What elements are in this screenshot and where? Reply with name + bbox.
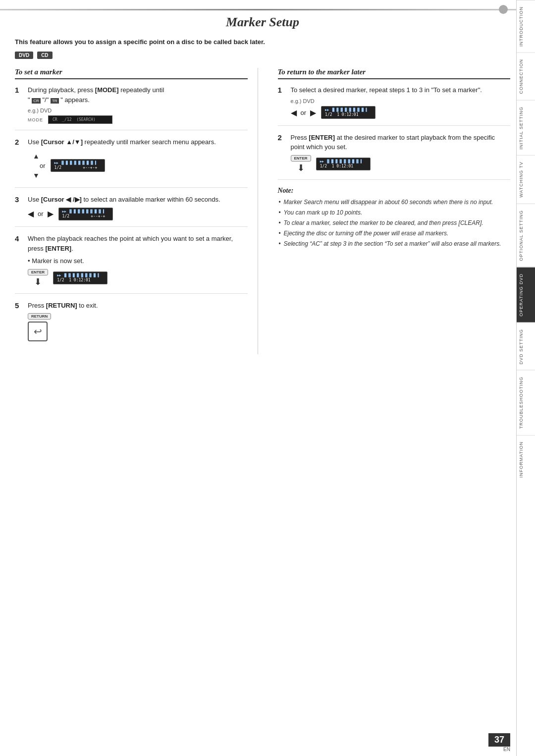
step-3-display-wrap: ◀ or ▶ ▶▶ ▐▌▐▌▐▌▐▌▐▌▐▌▐▌▐▌▐ 1/2 +--+-+ (28, 207, 248, 220)
step-2-number: 2 (15, 138, 24, 146)
step-4-text: When the playback reaches the point at w… (28, 234, 248, 253)
sidebar-tab-optional-setting[interactable]: OPTIONAL SETTING (517, 204, 535, 267)
step-4-content: When the playback reaches the point at w… (28, 234, 248, 287)
left-arrow-icon: ◀ (28, 209, 34, 218)
step-2-arrow-group: ▲ or ▼ (33, 152, 46, 179)
step-1-number: 1 (15, 86, 24, 94)
sidebar-tab-information[interactable]: INFORMATION (517, 435, 535, 484)
enter-arrow-icon: ⬇ (34, 276, 42, 287)
right-column: To return to the marker later 1 To selec… (273, 68, 511, 354)
right-enter-key-label: ENTER (291, 155, 311, 162)
right-step-1: 1 To select a desired marker, repeat ste… (278, 85, 511, 126)
cd-badge: CD (37, 52, 52, 59)
down-arrow-icon: ▼ (33, 171, 40, 179)
page-number-wrap: 37 EN (488, 733, 510, 752)
right-right-arrow-icon: ▶ (310, 108, 316, 117)
return-icon: ↩ (28, 322, 48, 341)
step-4-display: ▶▶ ▐▌▐▌▐▌▐▌▐▌▐▌▐▌▐▌▐ 1/2 1 0:12:01 (53, 271, 107, 284)
step-2-content: Use [Cursor ▲/▼] repeatedly until marker… (28, 137, 248, 181)
step-1-text: During playback, press [MODE] repeatedly… (28, 85, 248, 105)
step-1-content: During playback, press [MODE] repeatedly… (28, 85, 248, 124)
step-1: 1 During playback, press [MODE] repeated… (15, 85, 248, 130)
right-step-1-or: or (301, 109, 307, 116)
right-step-1-display-wrap: ◀ or ▶ ▶▶ ▐▌▐▌▐▌▐▌▐▌▐▌▐▌▐▌▐ 1/2 1 0:12:0… (291, 106, 511, 119)
step-3-display: ▶▶ ▐▌▐▌▐▌▐▌▐▌▐▌▐▌▐▌▐ 1/2 +--+-+ (58, 208, 113, 220)
right-step-2-display-wrap: ENTER ⬇ ▶▶ ▐▌▐▌▐▌▐▌▐▌▐▌▐▌▐▌▐ 1/2 1 0:12:… (291, 155, 511, 173)
right-section-title: To return to the marker later (278, 68, 511, 79)
format-badges: DVD CD (15, 52, 510, 59)
step-4-bullet: • Marker is now set. (28, 256, 248, 266)
step-1-display: CR _/12 (SEARCH) (48, 115, 112, 124)
right-step-2-content: Press [ENTER] at the desired marker to s… (291, 133, 511, 173)
step-5-text: Press [RETURN] to exit. (28, 301, 248, 311)
step-5-return-wrap: RETURN ↩ (28, 313, 248, 341)
left-section-title: To set a marker (15, 68, 248, 79)
note-list: Marker Search menu will disappear in abo… (278, 198, 511, 248)
step-5-number: 5 (15, 301, 24, 310)
step-2-display-wrap: ▲ or ▼ ▶▶ ▐▌▐▌▐▌▐▌▐▌▐▌▐▌▐▌▐ 1/2 +--+-+ (28, 150, 248, 181)
right-step-1-text: To select a desired marker, repeat steps… (291, 85, 511, 95)
enter-key-label: ENTER (28, 269, 48, 275)
sidebar-tab-watching-tv[interactable]: WATCHING TV (517, 155, 535, 204)
note-box: Note: Marker Search menu will disappear … (278, 187, 511, 248)
sidebar-tab-connection[interactable]: CONNECTION (517, 53, 535, 100)
page-title: Marker Setup (15, 15, 510, 30)
note-item-4: Selecting “AC” at step 3 in the section … (278, 239, 511, 248)
page-number: 37 (488, 733, 510, 747)
dvd-badge: DVD (15, 52, 33, 59)
right-left-arrow-icon: ◀ (291, 108, 297, 117)
return-key-label: RETURN (28, 313, 51, 320)
right-step-1-number: 1 (278, 86, 287, 94)
step-3-or: or (38, 210, 44, 217)
right-step-2: 2 Press [ENTER] at the desired marker to… (278, 133, 511, 180)
right-step-2-number: 2 (278, 133, 287, 142)
sidebar: INTRODUCTION CONNECTION INITIAL SETTING … (516, 0, 535, 756)
columns: To set a marker 1 During playback, press… (15, 68, 510, 354)
step-4-display-wrap: ENTER ⬇ ▶▶ ▐▌▐▌▐▌▐▌▐▌▐▌▐▌▐▌▐ 1/2 1 0:12:… (28, 269, 248, 287)
step-5: 5 Press [RETURN] to exit. RETURN ↩ (15, 301, 248, 348)
right-step-2-text: Press [ENTER] at the desired marker to s… (291, 133, 511, 152)
step-3-text: Use [Cursor ◀ /▶] to select an available… (28, 195, 248, 205)
right-step-2-display: ▶▶ ▐▌▐▌▐▌▐▌▐▌▐▌▐▌▐▌▐ 1/2 1 0:12:01 (316, 158, 371, 170)
right-step-1-lr-arrows: ◀ or ▶ (291, 108, 317, 117)
step-2-or: or (40, 162, 46, 169)
main-content: Marker Setup This feature allows you to … (15, 15, 510, 741)
note-item-0: Marker Search menu will disappear in abo… (278, 198, 511, 207)
step-4-enter-btn: ENTER ⬇ (28, 269, 48, 287)
sidebar-tab-troubleshooting[interactable]: TROUBLESHOOTING (517, 370, 535, 435)
note-item-2: To clear a marker, select the marker to … (278, 218, 511, 227)
step-4-number: 4 (15, 234, 24, 243)
step-3: 3 Use [Cursor ◀ /▶] to select an availab… (15, 195, 248, 227)
note-item-3: Ejecting the disc or turning off the pow… (278, 229, 511, 238)
step-2-display: ▶▶ ▐▌▐▌▐▌▐▌▐▌▐▌▐▌▐▌▐ 1/2 +--+-+ (51, 159, 105, 172)
top-circle-decoration (499, 5, 508, 14)
step-5-content: Press [RETURN] to exit. RETURN ↩ (28, 301, 248, 342)
right-step-1-eg-label: e.g.) DVD (291, 98, 511, 104)
top-decorative-line (0, 9, 516, 10)
right-enter-arrow-icon: ⬇ (297, 162, 305, 173)
sidebar-tab-dvd-setting[interactable]: DVD SETTING (517, 323, 535, 371)
left-column: To set a marker 1 During playback, press… (15, 68, 258, 354)
sidebar-tab-operating-dvd[interactable]: OPERATING DVD (517, 267, 535, 323)
step-4: 4 When the playback reaches the point at… (15, 234, 248, 294)
step-2-text: Use [Cursor ▲/▼] repeatedly until marker… (28, 137, 248, 147)
step-3-lr-arrows: ◀ or ▶ (28, 209, 54, 218)
intro-text: This feature allows you to assign a spec… (15, 38, 510, 47)
right-step-1-content: To select a desired marker, repeat steps… (291, 85, 511, 119)
sidebar-tab-introduction[interactable]: INTRODUCTION (517, 0, 535, 53)
note-title: Note: (278, 187, 511, 195)
up-arrow-icon: ▲ (33, 152, 40, 160)
step-1-display-wrap: MODE CR _/12 (SEARCH) (28, 115, 248, 124)
note-item-1: You can mark up to 10 points. (278, 208, 511, 217)
right-arrow-icon: ▶ (48, 209, 54, 218)
step-1-mode-label: MODE (28, 117, 43, 122)
right-step-2-enter-btn: ENTER ⬇ (291, 155, 311, 173)
step-2: 2 Use [Cursor ▲/▼] repeatedly until mark… (15, 137, 248, 188)
step-1-eg-label: e.g.) DVD (28, 108, 248, 113)
en-label: EN (488, 747, 510, 752)
step-3-number: 3 (15, 195, 24, 204)
sidebar-tab-initial-setting[interactable]: INITIAL SETTING (517, 100, 535, 156)
step-3-content: Use [Cursor ◀ /▶] to select an available… (28, 195, 248, 221)
right-step-1-display: ▶▶ ▐▌▐▌▐▌▐▌▐▌▐▌▐▌▐▌▐ 1/2 1 0:12:01 (321, 106, 375, 119)
